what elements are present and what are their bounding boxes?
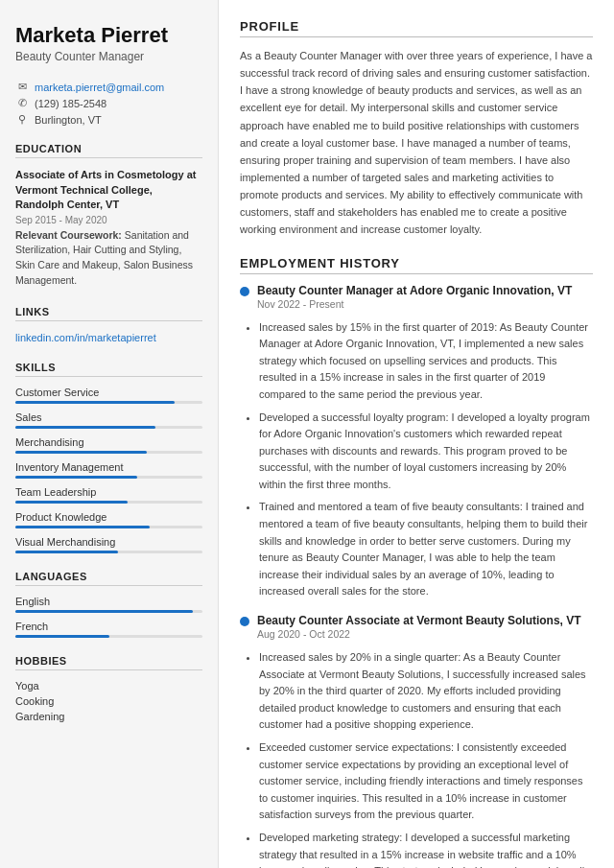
skill-bar-fill xyxy=(15,551,118,553)
skill-bar-fill xyxy=(15,401,175,404)
job-bullet: Trained and mentored a team of five beau… xyxy=(259,499,593,600)
employment-list: Beauty Counter Manager at Adore Organic … xyxy=(240,284,593,868)
skill-bar-fill xyxy=(15,526,150,528)
page: Marketa Pierret Beauty Counter Manager ✉… xyxy=(0,0,614,868)
skills-section-title: SKILLS xyxy=(15,362,202,377)
edu-date: Sep 2015 - May 2020 xyxy=(15,215,202,225)
hobbies-section-title: HOBBIES xyxy=(15,655,202,670)
email-contact: ✉ marketa.pierret@gmail.com xyxy=(15,81,202,93)
job-bullets: Increased sales by 20% in a single quart… xyxy=(240,649,593,868)
languages-list: English French xyxy=(15,596,202,638)
main-content: PROFILE As a Beauty Counter Manager with… xyxy=(219,0,614,868)
language-item: English xyxy=(15,596,202,613)
email-link[interactable]: marketa.pierret@gmail.com xyxy=(35,82,164,93)
linkedin-link[interactable]: linkedin.com/in/marketapierret xyxy=(15,332,156,343)
candidate-title: Beauty Counter Manager xyxy=(15,50,202,63)
sidebar: Marketa Pierret Beauty Counter Manager ✉… xyxy=(0,0,219,868)
hobby-item: Cooking xyxy=(15,695,202,707)
language-label: French xyxy=(15,621,202,632)
location-icon: ⚲ xyxy=(15,113,29,126)
employment-section-title: EMPLOYMENT HISTORY xyxy=(240,256,593,274)
profile-section-title: PROFILE xyxy=(240,19,593,37)
job-title-block: Beauty Counter Associate at Vermont Beau… xyxy=(257,614,581,645)
hobby-item: Yoga xyxy=(15,680,202,692)
job-dot xyxy=(240,617,249,626)
job-dot xyxy=(240,287,249,296)
language-bar-fill xyxy=(15,635,109,638)
job-date: Aug 2020 - Oct 2022 xyxy=(257,628,581,640)
skill-bar-bg xyxy=(15,401,202,404)
hobby-item: Gardening xyxy=(15,711,202,722)
location-value: Burlington, VT xyxy=(35,114,102,126)
skill-label: Customer Service xyxy=(15,387,202,398)
job-title: Beauty Counter Associate at Vermont Beau… xyxy=(257,614,581,627)
location-contact: ⚲ Burlington, VT xyxy=(15,113,202,126)
coursework-label: Relevant Coursework: xyxy=(15,229,122,241)
job-date: Nov 2022 - Present xyxy=(257,298,572,310)
skill-bar-bg xyxy=(15,551,202,553)
email-icon: ✉ xyxy=(15,81,29,93)
skill-item: Inventory Management xyxy=(15,461,202,479)
skill-bar-fill xyxy=(15,451,147,454)
skill-item: Sales xyxy=(15,411,202,429)
skill-item: Customer Service xyxy=(15,387,202,404)
skill-bar-fill xyxy=(15,501,128,504)
phone-icon: ✆ xyxy=(15,97,29,109)
job-entry: Beauty Counter Associate at Vermont Beau… xyxy=(240,614,593,868)
skill-bar-bg xyxy=(15,426,202,429)
skill-item: Team Leadership xyxy=(15,486,202,504)
job-bullets: Increased sales by 15% in the first quar… xyxy=(240,319,593,601)
edu-degree: Associate of Arts in Cosmetology at Verm… xyxy=(15,168,202,212)
job-bullet: Developed marketing strategy: I develope… xyxy=(259,830,593,868)
skill-label: Visual Merchandising xyxy=(15,536,202,548)
job-bullet: Increased sales by 20% in a single quart… xyxy=(259,649,593,734)
job-bullet: Exceeded customer service expectations: … xyxy=(259,739,593,824)
links-section-title: LINKS xyxy=(15,306,202,321)
language-bar-bg xyxy=(15,610,202,613)
skill-bar-fill xyxy=(15,426,155,429)
skill-item: Merchandising xyxy=(15,436,202,454)
skill-bar-bg xyxy=(15,476,202,479)
phone-value: (129) 185-2548 xyxy=(35,98,106,109)
job-header: Beauty Counter Associate at Vermont Beau… xyxy=(240,614,593,645)
language-bar-fill xyxy=(15,610,193,613)
job-bullet: Developed a successful loyalty program: … xyxy=(259,410,593,494)
skill-label: Team Leadership xyxy=(15,486,202,498)
skill-label: Merchandising xyxy=(15,436,202,448)
skill-item: Visual Merchandising xyxy=(15,536,202,553)
profile-text: As a Beauty Counter Manager with over th… xyxy=(240,47,593,239)
job-header: Beauty Counter Manager at Adore Organic … xyxy=(240,284,593,316)
job-title: Beauty Counter Manager at Adore Organic … xyxy=(257,284,572,297)
skill-label: Inventory Management xyxy=(15,461,202,473)
job-entry: Beauty Counter Manager at Adore Organic … xyxy=(240,284,593,601)
linkedin-link-container: linkedin.com/in/marketapierret xyxy=(15,331,202,344)
skill-item: Product Knowledge xyxy=(15,511,202,528)
skill-bar-fill xyxy=(15,476,137,479)
languages-section-title: LANGUAGES xyxy=(15,571,202,586)
language-item: French xyxy=(15,621,202,638)
job-title-block: Beauty Counter Manager at Adore Organic … xyxy=(257,284,572,316)
skill-bar-bg xyxy=(15,451,202,454)
language-label: English xyxy=(15,596,202,607)
language-bar-bg xyxy=(15,635,202,638)
hobbies-list: YogaCookingGardening xyxy=(15,680,202,722)
skill-bar-bg xyxy=(15,526,202,528)
candidate-name: Marketa Pierret xyxy=(15,23,202,48)
edu-coursework: Relevant Coursework: Sanitation and Ster… xyxy=(15,228,202,289)
skill-label: Product Knowledge xyxy=(15,511,202,523)
skill-label: Sales xyxy=(15,411,202,423)
phone-contact: ✆ (129) 185-2548 xyxy=(15,97,202,109)
skills-list: Customer Service Sales Merchandising Inv… xyxy=(15,387,202,553)
education-section-title: EDUCATION xyxy=(15,143,202,158)
job-bullet: Increased sales by 15% in the first quar… xyxy=(259,319,593,404)
skill-bar-bg xyxy=(15,501,202,504)
